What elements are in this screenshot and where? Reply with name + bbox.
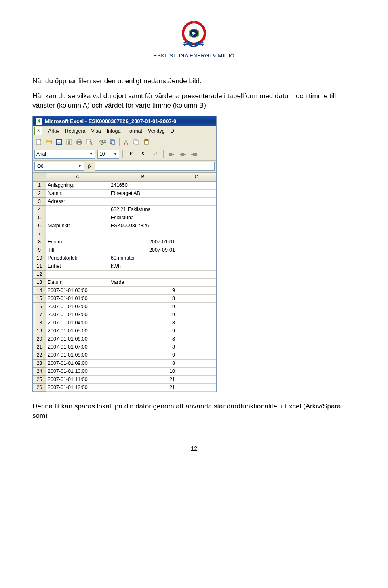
- cell-b[interactable]: 8: [109, 335, 177, 343]
- cell-a[interactable]: 2007-01-01 07:00: [46, 343, 109, 351]
- cell-c[interactable]: [177, 230, 216, 238]
- cell-a[interactable]: Mätpunkt:: [46, 222, 109, 230]
- cell-a[interactable]: Periodstorlek: [46, 254, 109, 262]
- cell-b[interactable]: 21: [109, 375, 177, 383]
- cell-b[interactable]: Värde: [109, 278, 177, 286]
- cell-b[interactable]: 9: [109, 351, 177, 359]
- cell-c[interactable]: [177, 343, 216, 351]
- cell-c[interactable]: [177, 367, 216, 375]
- cell-b[interactable]: 9: [109, 286, 177, 294]
- cell-c[interactable]: [177, 335, 216, 343]
- cell-a[interactable]: 2007-01-01 10:00: [46, 367, 109, 375]
- cell-b[interactable]: kWh: [109, 262, 177, 270]
- cell-a[interactable]: 2007-01-01 06:00: [46, 335, 109, 343]
- paste-icon[interactable]: [142, 137, 151, 146]
- menu-d[interactable]: D: [171, 128, 174, 134]
- cell-c[interactable]: [177, 214, 216, 222]
- cell-c[interactable]: [177, 278, 216, 286]
- cell-b[interactable]: 241650: [109, 181, 177, 189]
- row-header[interactable]: 5: [33, 214, 46, 222]
- cell-a[interactable]: Anläggning:: [46, 181, 109, 189]
- cell-a[interactable]: Namn:: [46, 189, 109, 197]
- cell-a[interactable]: 2007-01-01 04:00: [46, 319, 109, 327]
- cell-b[interactable]: 2007-09-01: [109, 246, 177, 254]
- name-box[interactable]: O8 ▼: [34, 162, 84, 171]
- cell-a[interactable]: Enhet: [46, 262, 109, 270]
- col-header-b[interactable]: B: [109, 172, 177, 181]
- cell-b[interactable]: 10: [109, 367, 177, 375]
- row-header[interactable]: 13: [33, 278, 46, 286]
- cell-c[interactable]: [177, 189, 216, 197]
- cell-b[interactable]: 632 21 Eskilstuna: [109, 205, 177, 214]
- select-all-corner[interactable]: [33, 172, 46, 181]
- align-center-icon[interactable]: [178, 150, 187, 159]
- cell-b[interactable]: [109, 230, 177, 238]
- row-header[interactable]: 15: [33, 294, 46, 302]
- row-header[interactable]: 24: [33, 367, 46, 375]
- row-header[interactable]: 9: [33, 246, 46, 254]
- underline-button[interactable]: U: [150, 149, 160, 159]
- cell-a[interactable]: 2007-01-01 11:00: [46, 375, 109, 383]
- cell-b[interactable]: 8: [109, 319, 177, 327]
- spellcheck-icon[interactable]: ABC: [98, 137, 107, 146]
- row-header[interactable]: 22: [33, 351, 46, 359]
- italic-button[interactable]: K: [138, 149, 148, 159]
- row-header[interactable]: 20: [33, 335, 46, 343]
- cell-b[interactable]: 9: [109, 302, 177, 311]
- cell-a[interactable]: Datum: [46, 278, 109, 286]
- row-header[interactable]: 11: [33, 262, 46, 270]
- row-header[interactable]: 12: [33, 270, 46, 278]
- font-size-selector[interactable]: 10 ▼: [97, 150, 119, 159]
- cell-c[interactable]: [177, 246, 216, 254]
- row-header[interactable]: 16: [33, 302, 46, 311]
- menu-redigera[interactable]: Redigera: [65, 128, 86, 134]
- cell-b[interactable]: [109, 197, 177, 205]
- cell-c[interactable]: [177, 181, 216, 189]
- row-header[interactable]: 1: [33, 181, 46, 189]
- cell-b[interactable]: 21: [109, 383, 177, 391]
- row-header[interactable]: 7: [33, 230, 46, 238]
- bold-button[interactable]: F: [126, 149, 136, 159]
- cell-b[interactable]: 8: [109, 343, 177, 351]
- align-right-icon[interactable]: [190, 150, 198, 159]
- cell-c[interactable]: [177, 197, 216, 205]
- row-header[interactable]: 14: [33, 286, 46, 294]
- menu-format[interactable]: Format: [126, 128, 142, 134]
- cell-b[interactable]: 60-minuter: [109, 254, 177, 262]
- cell-a[interactable]: [46, 205, 109, 214]
- row-header[interactable]: 23: [33, 359, 46, 367]
- cell-c[interactable]: [177, 311, 216, 319]
- cell-c[interactable]: [177, 375, 216, 383]
- print-preview-icon[interactable]: [85, 137, 94, 146]
- align-left-icon[interactable]: [167, 150, 176, 159]
- row-header[interactable]: 26: [33, 383, 46, 391]
- menu-arkiv[interactable]: Arkiv: [48, 128, 59, 134]
- row-header[interactable]: 6: [33, 222, 46, 230]
- fx-label[interactable]: fx: [88, 163, 91, 169]
- cell-c[interactable]: [177, 254, 216, 262]
- cell-b[interactable]: 8: [109, 294, 177, 302]
- row-header[interactable]: 8: [33, 238, 46, 246]
- cell-c[interactable]: [177, 351, 216, 359]
- cell-c[interactable]: [177, 319, 216, 327]
- cell-a[interactable]: 2007-01-01 02:00: [46, 302, 109, 311]
- row-header[interactable]: 25: [33, 375, 46, 383]
- cell-a[interactable]: Till: [46, 246, 109, 254]
- row-header[interactable]: 17: [33, 311, 46, 319]
- row-header[interactable]: 3: [33, 197, 46, 205]
- cell-c[interactable]: [177, 286, 216, 294]
- cell-c[interactable]: [177, 294, 216, 302]
- menu-verktyg[interactable]: Verktyg: [148, 128, 165, 134]
- cell-b[interactable]: 8: [109, 359, 177, 367]
- formula-input[interactable]: [95, 162, 215, 171]
- open-icon[interactable]: [44, 137, 53, 146]
- cell-c[interactable]: [177, 383, 216, 391]
- cell-a[interactable]: 2007-01-01 00:00: [46, 286, 109, 294]
- copy-icon[interactable]: [132, 137, 141, 146]
- menu-infoga[interactable]: Infoga: [107, 128, 121, 134]
- permission-icon[interactable]: [65, 137, 74, 146]
- cell-b[interactable]: 9: [109, 311, 177, 319]
- cell-a[interactable]: Fr.o.m: [46, 238, 109, 246]
- cell-a[interactable]: Adress:: [46, 197, 109, 205]
- cell-a[interactable]: [46, 214, 109, 222]
